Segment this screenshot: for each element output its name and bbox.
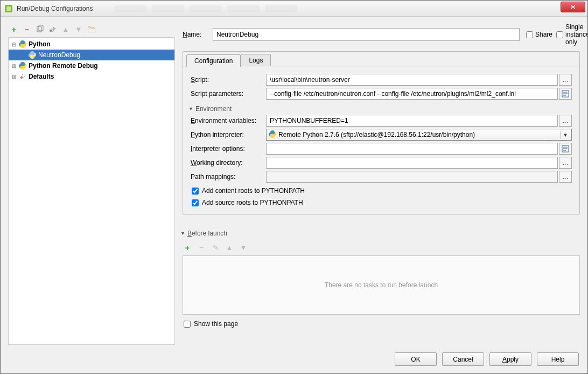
expand-icon[interactable]: ⊟	[11, 41, 17, 47]
interpreter-select[interactable]: Remote Python 2.7.6 (sftp://elastic@192.…	[266, 129, 572, 141]
apply-button[interactable]: Apply	[489, 352, 531, 366]
task-down-button[interactable]: ▼	[239, 243, 248, 252]
tree-node-neutron-debug[interactable]: NeutronDebug	[9, 50, 174, 60]
script-input[interactable]	[266, 74, 558, 86]
script-params-input[interactable]	[266, 88, 558, 100]
tree-node-python-remote-debug[interactable]: ⊞ Python Remote Debug	[9, 60, 174, 71]
empty-tasks-text: There are no tasks to run before launch	[325, 281, 438, 289]
interpreter-value: Remote Python 2.7.6 (sftp://elastic@192.…	[278, 131, 475, 138]
single-instance-checkbox[interactable]: Single instance only	[556, 23, 580, 46]
interpreter-options-label: Interpreter options:	[191, 145, 266, 153]
show-this-page-checkbox[interactable]: Show this page	[184, 320, 580, 328]
python-icon	[18, 61, 27, 70]
python-icon	[18, 40, 27, 49]
expand-icon[interactable]: ⊞	[11, 63, 17, 69]
tab-logs[interactable]: Logs	[241, 54, 271, 66]
environment-group[interactable]: ▼Environment	[188, 105, 572, 113]
tree-label: Defaults	[29, 73, 54, 80]
folder-button[interactable]	[87, 24, 96, 34]
tab-configuration[interactable]: Configuration	[186, 54, 241, 67]
script-params-expand-button[interactable]	[559, 88, 572, 100]
before-launch-header[interactable]: ▼Before launch	[180, 230, 580, 237]
path-mappings-input[interactable]	[266, 171, 558, 183]
edit-task-button[interactable]: ✎	[211, 243, 220, 252]
chevron-down-icon: ▾	[561, 131, 569, 138]
settings-tab-panel: Configuration Logs Script: … Script para…	[183, 51, 580, 214]
expand-icon[interactable]: ⊞	[11, 74, 17, 80]
name-input[interactable]	[213, 28, 520, 41]
wrench-icon	[18, 72, 27, 81]
python-icon	[269, 130, 276, 140]
left-panel: + − ▲ ▼ ⊟ P	[8, 23, 175, 345]
config-tree[interactable]: ⊟ Python NeutronDebug ⊞	[8, 37, 175, 345]
interpreter-label: Python interpreter:	[191, 131, 266, 138]
add-task-button[interactable]: +	[183, 243, 192, 252]
tree-node-defaults[interactable]: ⊞ Defaults	[9, 71, 174, 82]
app-icon	[4, 4, 13, 13]
tree-label: Python Remote Debug	[29, 62, 98, 70]
right-panel: Name: Share Single instance only Configu…	[183, 23, 580, 345]
run-debug-dialog: Run/Debug Configurations + − ▲ ▼	[0, 0, 588, 374]
remove-config-button[interactable]: −	[22, 24, 32, 34]
copy-config-button[interactable]	[35, 24, 45, 34]
svg-point-4	[50, 30, 52, 32]
working-dir-label: Working directory:	[191, 159, 266, 167]
window-close-button[interactable]	[561, 2, 585, 12]
envvars-input[interactable]	[266, 115, 558, 127]
source-roots-checkbox[interactable]: Add source roots to PYTHONPATH	[192, 199, 572, 206]
script-label: Script:	[191, 76, 266, 84]
move-up-button[interactable]: ▲	[61, 24, 71, 34]
envvars-label: Environment variables:	[191, 117, 266, 124]
tree-label: NeutronDebug	[38, 51, 80, 59]
tree-label: Python	[29, 40, 51, 48]
working-dir-input[interactable]	[266, 157, 558, 169]
help-button[interactable]: Help	[537, 352, 579, 366]
script-params-label: Script parameters:	[191, 90, 266, 98]
working-dir-browse-button[interactable]: …	[559, 157, 572, 169]
dialog-title: Run/Debug Configurations	[17, 5, 93, 12]
name-label: Name:	[183, 31, 206, 38]
remove-task-button[interactable]: −	[197, 243, 206, 252]
move-down-button[interactable]: ▼	[74, 24, 83, 34]
cancel-button[interactable]: Cancel	[442, 352, 484, 366]
python-icon	[28, 51, 37, 59]
envvars-browse-button[interactable]: …	[559, 115, 572, 127]
titlebar: Run/Debug Configurations	[1, 1, 587, 17]
path-mappings-label: Path mappings:	[191, 173, 266, 181]
edit-defaults-button[interactable]	[48, 24, 58, 34]
dialog-footer: OK Cancel Apply Help	[1, 347, 587, 373]
config-toolbar: + − ▲ ▼	[8, 23, 175, 37]
interpreter-options-expand-button[interactable]	[559, 143, 572, 155]
task-up-button[interactable]: ▲	[225, 243, 234, 252]
interpreter-options-input[interactable]	[266, 143, 558, 155]
before-launch-list[interactable]: There are no tasks to run before launch	[183, 255, 580, 315]
svg-rect-1	[6, 6, 11, 11]
share-checkbox[interactable]: Share	[526, 31, 550, 38]
add-config-button[interactable]: +	[9, 24, 19, 34]
before-launch-section: ▼Before launch + − ✎ ▲ ▼ There are no ta…	[183, 224, 580, 328]
path-mappings-browse-button[interactable]: …	[559, 171, 572, 183]
content-roots-checkbox[interactable]: Add content roots to PYTHONPATH	[192, 187, 572, 195]
script-browse-button[interactable]: …	[559, 74, 572, 86]
tree-node-python[interactable]: ⊟ Python	[9, 39, 174, 50]
ok-button[interactable]: OK	[395, 352, 437, 366]
background-tabs	[93, 5, 561, 12]
